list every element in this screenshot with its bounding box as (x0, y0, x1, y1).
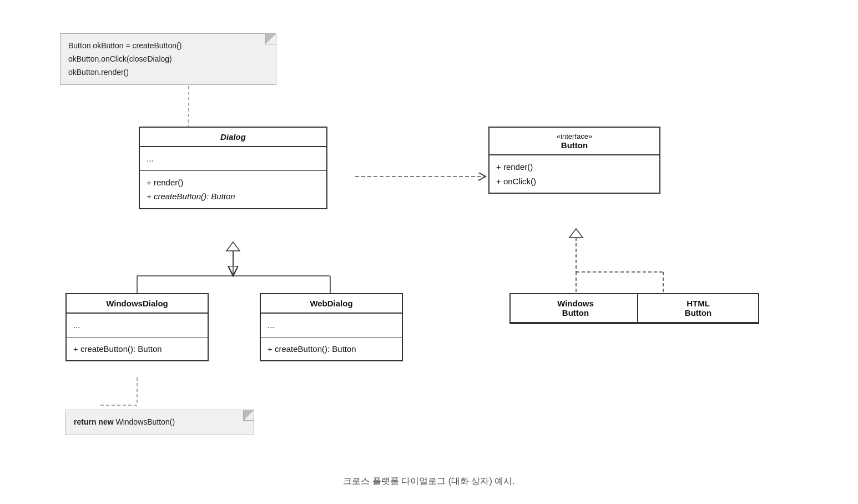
button-interface-header: «interface» Button (489, 128, 659, 155)
note-top-line3: okButton.render() (68, 66, 268, 79)
html-button-header: HTML Button (638, 294, 758, 323)
button-interface-section: + render() + onClick() (489, 155, 659, 193)
windows-dialog-box: WindowsDialog ... + createButton(): Butt… (65, 293, 209, 361)
windows-dialog-section2: + createButton(): Button (67, 337, 208, 361)
web-dialog-header: WebDialog (261, 294, 402, 314)
diagram-caption: 크로스 플랫폼 다이얼로그 (대화 상자) 예시. (343, 476, 514, 487)
web-dialog-box: WebDialog ... + createButton(): Button (260, 293, 403, 361)
windows-dialog-section1: ... (67, 314, 208, 337)
button-render: + render() (496, 160, 653, 174)
html-button-box: HTML Button (637, 293, 759, 324)
windows-dialog-header: WindowsDialog (67, 294, 208, 314)
windows-button-header: Windows Button (511, 294, 640, 323)
note-top: Button okButton = createButton() okButto… (60, 33, 276, 85)
web-dialog-section2: + createButton(): Button (261, 337, 402, 361)
dialog-create-button: + createButton(): Button (147, 189, 320, 204)
svg-marker-14 (569, 229, 583, 238)
button-interface-box: «interface» Button + render() + onClick(… (488, 127, 660, 194)
dialog-class-header: Dialog (140, 128, 326, 147)
note-top-line2: okButton.onClick(closeDialog) (68, 53, 268, 66)
dialog-class-section2: + render() + createButton(): Button (140, 171, 326, 208)
button-stereotype: «interface» (496, 132, 653, 140)
note-bottom: return new WindowsButton() (65, 410, 254, 435)
dialog-class-box: Dialog ... + render() + createButton(): … (139, 127, 327, 209)
dialog-class-section1: ... (140, 147, 326, 171)
diagram-container: Button okButton = createButton() okButto… (0, 0, 858, 504)
note-top-line1: Button okButton = createButton() (68, 39, 268, 53)
web-dialog-section1: ... (261, 314, 402, 337)
windows-button-box: Windows Button (509, 293, 642, 324)
svg-marker-9 (226, 242, 240, 251)
button-onclick: + onClick() (496, 174, 653, 189)
dialog-render: + render() (147, 175, 320, 190)
note-bottom-line1: return new WindowsButton() (74, 416, 246, 429)
button-interface-name: Button (496, 140, 653, 150)
